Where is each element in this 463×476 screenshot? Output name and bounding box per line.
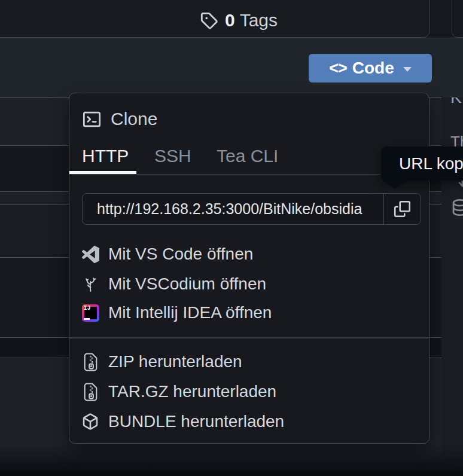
tag-icon [199, 11, 218, 30]
intellij-icon: IJ [81, 303, 100, 322]
copy-url-tooltip: URL kop [381, 147, 463, 181]
tags-button-label: 0Tags [225, 10, 278, 30]
tab-ssh[interactable]: SSH [154, 146, 191, 166]
menu-item-open-intellij[interactable]: IJ Mit Intellij IDEA öffnen [69, 298, 429, 328]
tags-count: 0 [225, 10, 235, 30]
menu-item-label: Mit VSCodium öffnen [108, 274, 266, 294]
database-icon [452, 199, 463, 216]
vscode-icon [81, 245, 100, 264]
code-dropdown-button[interactable]: <> Code [309, 54, 432, 83]
top-right-panel-edge [452, 0, 463, 38]
menu-item-label: BUNDLE herunterladen [108, 412, 284, 431]
tab-http[interactable]: HTTP [82, 146, 129, 166]
menu-item-download-zip[interactable]: ZIP herunterladen [69, 347, 429, 377]
terminal-icon [82, 109, 101, 129]
menu-item-download-targz[interactable]: TAR.GZ herunterladen [69, 377, 429, 407]
chevron-down-icon [403, 67, 412, 72]
file-zip-icon [81, 352, 100, 371]
section-divider-line [0, 38, 463, 38]
tooltip-arrow [382, 179, 408, 189]
menu-item-open-vscode[interactable]: Mit VS Code öffnen [69, 239, 429, 269]
clone-title-row: Clone [82, 109, 157, 129]
clone-title: Clone [111, 109, 157, 129]
menu-item-label: Mit VS Code öffnen [108, 245, 253, 264]
copy-url-button[interactable] [383, 194, 421, 224]
code-button-label: Code [352, 60, 394, 77]
tags-button-content: 0Tags [199, 10, 278, 30]
tags-button[interactable]: 0Tags [0, 0, 430, 38]
tags-label: Tags [240, 10, 278, 30]
menu-item-label: ZIP herunterladen [108, 352, 242, 371]
file-zip-icon [81, 382, 100, 401]
top-strip: 0Tags [0, 0, 463, 38]
menu-item-open-vscodium[interactable]: Mit VSCodium öffnen [69, 269, 429, 299]
clone-dropdown-panel: Clone HTTP SSH Tea CLI Mit VS Code öffne… [69, 93, 430, 444]
menu-item-label: TAR.GZ herunterladen [108, 382, 276, 401]
menu-divider [69, 337, 429, 338]
vscodium-icon [81, 274, 100, 294]
clone-url-group [82, 193, 421, 225]
clone-url-input[interactable] [83, 194, 383, 224]
tabbar-border [69, 174, 429, 175]
intellij-badge: IJ [84, 305, 91, 312]
menu-item-download-bundle[interactable]: BUNDLE herunterladen [69, 407, 429, 437]
menu-item-label: Mit Intellij IDEA öffnen [108, 303, 272, 322]
code-brackets-icon: <> [329, 60, 347, 77]
package-icon [81, 412, 100, 431]
tooltip-label: URL kop [399, 154, 463, 173]
tab-tea-cli[interactable]: Tea CLI [217, 146, 278, 166]
copy-icon [394, 201, 410, 217]
